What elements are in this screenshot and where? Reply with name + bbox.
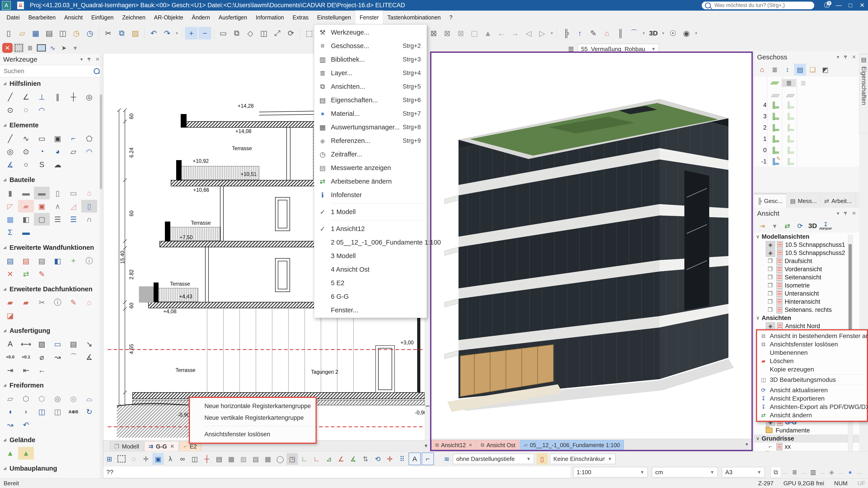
- axis-plane-icon[interactable]: ⊿: [323, 453, 335, 465]
- rotate-selection-icon[interactable]: ⟳: [285, 27, 297, 39]
- cancel-icon[interactable]: ✕: [2, 43, 13, 53]
- wall-join-blue-icon[interactable]: ▤: [2, 255, 18, 267]
- tab-scroll-icon[interactable]: ▼: [745, 442, 749, 447]
- close-icon[interactable]: ✕: [96, 57, 100, 62]
- arrow-left-icon[interactable]: ←: [34, 364, 50, 377]
- menu-item-3-modell[interactable]: 3 Modell: [314, 249, 427, 263]
- storey-visibility-icon[interactable]: [786, 102, 794, 108]
- roof-rebuild-icon[interactable]: ⌂: [65, 475, 81, 478]
- roof-info2-icon[interactable]: ◪: [2, 309, 18, 322]
- help-line-icon[interactable]: ╱: [2, 91, 18, 103]
- copy-icon[interactable]: ⧉: [116, 27, 128, 39]
- level-mark-plan-icon[interactable]: +0.1: [18, 351, 34, 363]
- camera-prev-icon[interactable]: ◁: [522, 27, 535, 39]
- axis-xy-icon[interactable]: ∟: [299, 453, 310, 465]
- print-preview-icon[interactable]: ◫: [57, 27, 69, 39]
- drawing-tab-g-g[interactable]: ⇉G-G✕: [144, 441, 179, 451]
- storey-reference-icon[interactable]: ╠: [560, 27, 572, 39]
- storey-list-icon[interactable]: ▤: [794, 64, 806, 75]
- stairs-icon[interactable]: ☰: [50, 213, 65, 226]
- roof-cut-icon[interactable]: ✂: [34, 296, 50, 309]
- undo-caret-icon[interactable]: ▾: [174, 27, 179, 39]
- close-icon[interactable]: ✕: [170, 444, 174, 449]
- context-item-ansichten-export-als-pdf-dwg-dxf[interactable]: ↧Ansichten-Export als PDF/DWG/DXF: [757, 403, 867, 411]
- line-angle-icon[interactable]: ⌐: [422, 453, 434, 465]
- menu-fenster[interactable]: Fenster: [355, 11, 383, 24]
- pin-icon[interactable]: [87, 58, 91, 61]
- curve-tool-icon[interactable]: ⌒: [628, 27, 640, 39]
- storey-visibility-icon[interactable]: [786, 147, 794, 154]
- axis-angle-icon[interactable]: ∠: [335, 453, 347, 465]
- roof-trim-icon[interactable]: ◸: [2, 200, 18, 213]
- demolition-icon[interactable]: ▤: [2, 475, 18, 478]
- context-item-ansicht-ndern[interactable]: ⇄Ansicht ändern: [757, 411, 867, 419]
- menu-datei[interactable]: Datei: [2, 11, 24, 24]
- select-rect-icon[interactable]: ▭: [217, 27, 229, 39]
- storey-row-2[interactable]: 2: [754, 122, 810, 134]
- grid-dots-icon[interactable]: ⠿: [396, 453, 408, 465]
- render-brush-icon[interactable]: ✎: [587, 27, 600, 39]
- menu-item-werkzeuge-[interactable]: ⚒Werkzeuge...: [314, 26, 427, 39]
- help-cross-icon[interactable]: ┼: [65, 91, 81, 103]
- new-file-icon[interactable]: ▯: [2, 27, 15, 39]
- menu-item-fenster-[interactable]: Fenster...: [314, 303, 427, 317]
- paste-icon[interactable]: ▨: [129, 27, 142, 39]
- menu-item-ansichten-[interactable]: ⧉Ansichten...Strg+5: [314, 80, 427, 93]
- tree-item-draufsicht[interactable]: ❐Draufsicht: [754, 257, 859, 265]
- save-icon[interactable]: ▦: [29, 27, 42, 39]
- views-caret-icon[interactable]: ▾: [549, 27, 554, 39]
- close-button[interactable]: ✕: [856, 0, 868, 11]
- storey-visibility-icon[interactable]: [786, 158, 794, 165]
- tree-item-fundamente[interactable]: Fundamente: [754, 426, 859, 434]
- freeform-solid2-icon[interactable]: ⬡: [34, 392, 50, 405]
- mirror-object-icon[interactable]: ◫: [257, 27, 270, 39]
- context-item-3d-bearbeitungsmodus[interactable]: ◫3D Bearbeitungsmodus: [757, 376, 867, 384]
- axis-rotate-icon[interactable]: ∡: [348, 453, 359, 465]
- wall-swap-icon[interactable]: ⇄: [18, 268, 34, 280]
- help-circle-line-icon[interactable]: ◌: [18, 104, 34, 116]
- hatch-icon[interactable]: ▨: [34, 337, 50, 350]
- zoom-area-icon[interactable]: [116, 453, 127, 465]
- select-marquee-icon[interactable]: [13, 43, 24, 53]
- zoom-window-icon[interactable]: ⊞: [104, 453, 115, 465]
- menu-item-material-[interactable]: ●Material...Strg+7: [314, 107, 427, 120]
- storey-state-icon[interactable]: [772, 124, 779, 131]
- layers-icon[interactable]: ≣: [25, 43, 35, 53]
- menu-item-1-modell[interactable]: ✓1 Modell: [314, 205, 427, 219]
- panel-tab-arbeit-[interactable]: ⇄Arbeit...: [820, 194, 855, 208]
- help-circle-point-icon[interactable]: ⊙: [2, 104, 18, 116]
- tools-panel-scrollbar[interactable]: [100, 54, 102, 478]
- model-column-header[interactable]: ≣: [782, 79, 796, 87]
- shaded-box-icon[interactable]: ▩: [226, 453, 237, 465]
- menu-item-messwerte-anzeigen[interactable]: ▤Messwerte anzeigen: [314, 161, 427, 174]
- expander-icon[interactable]: ∨: [754, 234, 762, 239]
- circle-tangent-icon[interactable]: ◔: [34, 145, 50, 158]
- popup-item-3[interactable]: Ansichtsfenster loslösen: [190, 431, 315, 438]
- freeform-face-icon[interactable]: ▱: [2, 392, 18, 405]
- views-manager-icon[interactable]: ⧉: [771, 467, 781, 478]
- wall-add-icon[interactable]: +: [65, 255, 81, 267]
- drawing-column-header[interactable]: ≣: [796, 79, 810, 87]
- tube-icon[interactable]: ◖: [2, 405, 18, 418]
- new-build-icon[interactable]: ▤: [34, 475, 50, 478]
- polygon-icon[interactable]: ⬠: [81, 132, 97, 145]
- load-view-icon[interactable]: ⇥: [756, 220, 768, 232]
- menu-item-referenzen-[interactable]: ◈Referenzen...Strg+9: [314, 134, 427, 148]
- material-manager-icon[interactable]: ●: [845, 467, 855, 477]
- viewport-split-handle[interactable]: [426, 405, 430, 407]
- slab-icon[interactable]: ▬: [18, 187, 34, 199]
- scale-object-icon[interactable]: ⤢: [271, 27, 284, 39]
- storey-state-icon[interactable]: ✎: [772, 158, 779, 165]
- zoom-back-icon[interactable]: ◌: [128, 453, 140, 465]
- menu-item-infofenster[interactable]: ℹInfofenster: [314, 188, 427, 202]
- structure-folders-icon[interactable]: ❏: [807, 64, 818, 75]
- angle-arc-icon[interactable]: ∡: [2, 158, 18, 171]
- layers-manager-icon[interactable]: ≣: [789, 467, 800, 477]
- dim-end-icon[interactable]: ⇥: [2, 364, 18, 377]
- freeform-solid-icon[interactable]: ⬡: [18, 392, 34, 405]
- tree-item-hinteransicht[interactable]: ❐Hinteransicht: [754, 298, 859, 306]
- double-contour-icon[interactable]: ▱: [65, 145, 81, 158]
- dimension-icon[interactable]: ⟷: [18, 337, 34, 350]
- slab-slope-icon[interactable]: ▬: [34, 187, 50, 199]
- spline-icon[interactable]: S: [34, 158, 50, 171]
